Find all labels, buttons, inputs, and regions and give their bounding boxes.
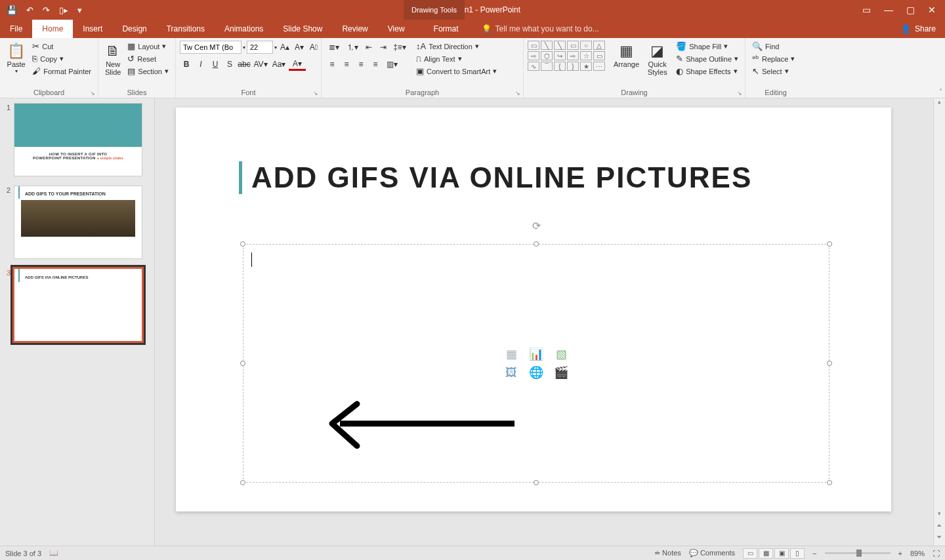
bold-icon[interactable]: B: [180, 58, 193, 71]
resize-handle[interactable]: [240, 241, 245, 247]
share-button[interactable]: 👤 Share: [892, 20, 945, 38]
dialog-launcher-icon[interactable]: ↘: [313, 90, 318, 96]
change-case-icon[interactable]: Aa▾: [270, 58, 287, 71]
undo-icon[interactable]: ↶: [26, 5, 33, 15]
replace-button[interactable]: ᵃᵇReplace ▾: [749, 53, 797, 64]
tab-insert[interactable]: Insert: [73, 20, 112, 38]
chevron-down-icon[interactable]: ▾: [274, 45, 277, 50]
shape-icon[interactable]: ╲: [541, 41, 553, 50]
zoom-in-icon[interactable]: +: [898, 550, 902, 557]
maximize-icon[interactable]: ▢: [906, 5, 915, 15]
font-size-select[interactable]: [247, 41, 273, 54]
select-button[interactable]: ↖Select ▾: [749, 66, 797, 77]
shape-icon[interactable]: {: [554, 62, 566, 71]
tab-format[interactable]: Format: [424, 20, 469, 38]
reading-view-icon[interactable]: ▣: [774, 548, 789, 559]
content-placeholder[interactable]: ⟳ ▦ 📊 ▧ 🖼 🌐 🎬: [243, 244, 830, 483]
scroll-down-icon[interactable]: ▾: [934, 510, 945, 522]
qat-customize-icon[interactable]: ▾: [77, 5, 82, 15]
insert-online-pictures-icon[interactable]: 🌐: [527, 365, 545, 380]
shape-icon[interactable]: ↪: [554, 51, 566, 60]
shape-icon[interactable]: }: [567, 62, 579, 71]
section-button[interactable]: ▤Section ▾: [125, 66, 171, 77]
columns-icon[interactable]: ▥▾: [383, 58, 400, 71]
next-slide-icon[interactable]: ⏷: [934, 534, 945, 546]
sorter-view-icon[interactable]: ▦: [759, 548, 773, 559]
tab-view[interactable]: View: [378, 20, 415, 38]
comments-button[interactable]: 💬 Comments: [689, 549, 735, 557]
tab-transitions[interactable]: Transitions: [157, 20, 215, 38]
find-button[interactable]: 🔍Find: [749, 41, 797, 52]
shape-outline-button[interactable]: ✎Shape Outline ▾: [673, 53, 741, 64]
justify-icon[interactable]: ≡: [369, 58, 382, 71]
shape-effects-button[interactable]: ◐Shape Effects ▾: [673, 66, 741, 77]
font-color-icon[interactable]: A▾: [289, 58, 306, 71]
normal-view-icon[interactable]: ▭: [743, 548, 757, 559]
dialog-launcher-icon[interactable]: ↘: [90, 90, 95, 96]
slide-thumbnails-panel[interactable]: 1 HOW TO INSERT A GIF INTOPOWERPOINT PRE…: [0, 98, 155, 546]
shape-icon[interactable]: ▭: [567, 41, 579, 50]
increase-font-icon[interactable]: A▴: [278, 41, 291, 54]
align-left-icon[interactable]: ≡: [326, 58, 339, 71]
notes-button[interactable]: ≐ Notes: [654, 549, 681, 557]
cut-button[interactable]: ✂Cut: [30, 41, 94, 52]
gallery-more-icon[interactable]: ⋯: [593, 62, 605, 71]
strikethrough-icon[interactable]: abc: [238, 58, 251, 71]
decrease-indent-icon[interactable]: ⇤: [362, 41, 375, 54]
shape-icon[interactable]: ☆: [580, 51, 592, 60]
shape-icon[interactable]: ▭: [593, 51, 605, 60]
shapes-gallery[interactable]: ▭╲╲▭○△ ⇨⬡↪⇨☆▭ ∿⌒{}★⋯: [528, 41, 610, 71]
bullets-icon[interactable]: ≣▾: [326, 41, 343, 54]
resize-handle[interactable]: [534, 241, 539, 247]
fit-to-window-icon[interactable]: ⛶: [933, 550, 940, 557]
insert-pictures-icon[interactable]: 🖼: [502, 365, 520, 380]
thumbnail-1[interactable]: 1 HOW TO INSERT A GIF INTOPOWERPOINT PRE…: [4, 104, 150, 176]
align-text-button[interactable]: ⎍Align Text ▾: [413, 53, 499, 64]
insert-smartart-icon[interactable]: ▧: [552, 347, 570, 361]
shape-icon[interactable]: △: [593, 41, 605, 50]
chevron-down-icon[interactable]: ▾: [243, 45, 245, 50]
slide-title[interactable]: ADD GIFS VIA ONLINE PICTURES: [239, 161, 752, 194]
shape-icon[interactable]: ╲: [554, 41, 566, 50]
char-spacing-icon[interactable]: AV▾: [252, 58, 269, 71]
tab-home[interactable]: Home: [32, 20, 73, 38]
copy-button[interactable]: ⎘Copy ▾: [30, 53, 94, 64]
thumbnail-3[interactable]: 3 ADD GIFS VIA ONLINE PICTURES: [4, 269, 150, 341]
resize-handle[interactable]: [827, 480, 832, 485]
quick-styles-button[interactable]: ◪ Quick Styles: [642, 41, 672, 77]
tab-animations[interactable]: Animations: [215, 20, 273, 38]
line-spacing-icon[interactable]: ‡≡▾: [391, 41, 408, 54]
close-icon[interactable]: ✕: [928, 5, 936, 15]
minimize-icon[interactable]: —: [884, 5, 893, 15]
prev-slide-icon[interactable]: ⏶: [934, 522, 945, 534]
insert-video-icon[interactable]: 🎬: [552, 365, 570, 380]
resize-handle[interactable]: [240, 480, 245, 485]
reset-button[interactable]: ↺Reset: [125, 53, 171, 64]
tab-file[interactable]: File: [0, 20, 32, 38]
align-center-icon[interactable]: ≡: [340, 58, 353, 71]
shape-icon[interactable]: ⇨: [528, 51, 539, 60]
arrange-button[interactable]: ▦ Arrange: [612, 41, 641, 70]
insert-table-icon[interactable]: ▦: [502, 347, 520, 361]
slideshow-view-icon[interactable]: ▯: [790, 548, 805, 559]
shape-icon[interactable]: ⬡: [541, 51, 553, 60]
new-slide-button[interactable]: 🗎 New Slide: [102, 41, 123, 77]
zoom-level[interactable]: 89%: [910, 550, 925, 557]
shape-icon[interactable]: ⇨: [567, 51, 579, 60]
font-family-select[interactable]: [180, 41, 242, 54]
rotate-handle-icon[interactable]: ⟳: [532, 220, 541, 232]
thumbnail-2[interactable]: 2 ADD GIFS TO YOUR PRESENTATION: [4, 186, 150, 258]
tab-design[interactable]: Design: [112, 20, 156, 38]
format-painter-button[interactable]: 🖌Format Painter: [30, 66, 94, 77]
clear-formatting-icon[interactable]: A⃠: [307, 41, 320, 54]
shadow-icon[interactable]: S: [223, 58, 236, 71]
layout-button[interactable]: ▦Layout ▾: [125, 41, 171, 52]
resize-handle[interactable]: [827, 241, 832, 247]
vertical-scrollbar[interactable]: ▴ ▾ ⏶ ⏷: [933, 98, 945, 546]
numbering-icon[interactable]: ⒈▾: [344, 41, 361, 54]
shape-icon[interactable]: ⌒: [541, 62, 553, 71]
align-right-icon[interactable]: ≡: [354, 58, 368, 71]
resize-handle[interactable]: [827, 361, 832, 366]
dialog-launcher-icon[interactable]: ↘: [737, 90, 742, 96]
tell-me-search[interactable]: 💡 Tell me what you want to do...: [482, 20, 599, 38]
